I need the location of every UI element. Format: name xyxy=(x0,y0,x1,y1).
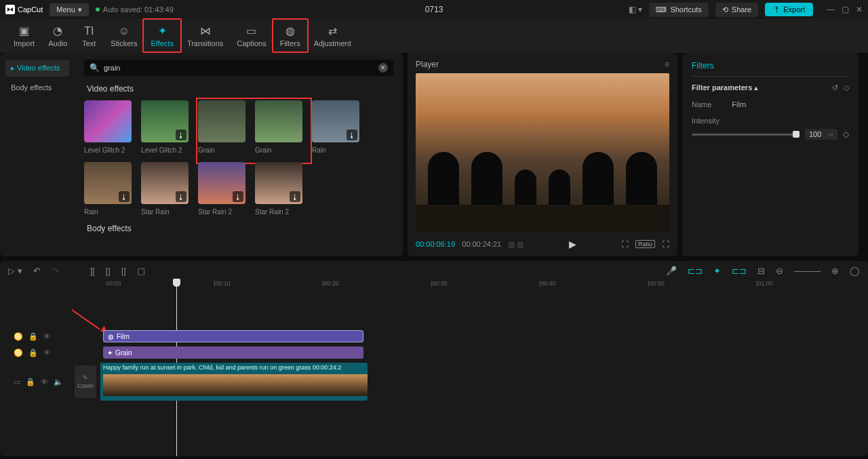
lock2-icon[interactable]: 🔒 xyxy=(28,348,38,357)
main-toolbar: ▣Import◔AudioTIText☺Stickers✦Effects⋈Tra… xyxy=(0,19,868,53)
magnet2-icon[interactable]: ✦ xyxy=(713,266,721,276)
export-button[interactable]: ⭱ Export xyxy=(765,3,813,16)
section-body-effects: Body effects xyxy=(87,224,393,233)
keyframe-icon[interactable]: ◇ xyxy=(843,129,849,139)
close-icon[interactable]: ✕ xyxy=(856,5,863,14)
tab-captions[interactable]: ▭Captions xyxy=(230,19,273,53)
search-input[interactable]: 🔍 ✕ xyxy=(84,60,393,76)
zoom-in-icon[interactable]: ⊕ xyxy=(831,266,839,276)
cover-button[interactable]: ✎Cover xyxy=(75,365,96,398)
ruler-tick: |00:30 xyxy=(431,280,448,287)
download-icon[interactable]: ⭳ xyxy=(176,191,186,202)
trim-left-tool[interactable]: [​| xyxy=(106,266,111,276)
tab-adjustment[interactable]: ⇄Adjustment xyxy=(307,19,358,53)
ruler-tick: |00:10 xyxy=(214,280,231,287)
filter-track: ♋🔒👁 ◍ Film xyxy=(0,329,868,344)
name-label: Name xyxy=(692,100,711,108)
lock2-icon[interactable]: 🔒 xyxy=(28,332,38,341)
effect-thumb-star-rain-2[interactable]: ⭳Star Rain 2 xyxy=(255,162,302,216)
fullscreen-icon[interactable]: ⛶ xyxy=(662,240,669,248)
eye-icon[interactable]: 👁 xyxy=(43,332,51,341)
menu-button[interactable]: Menu▾ xyxy=(50,3,89,16)
tab-stickers[interactable]: ☺Stickers xyxy=(104,19,144,53)
trim-right-tool[interactable]: |​] xyxy=(121,266,126,276)
intensity-slider[interactable] xyxy=(692,134,800,136)
zoom-slider[interactable]: ——— xyxy=(794,266,821,276)
effect-thumb-star-rain-2[interactable]: ⭳Star Rain 2 xyxy=(198,162,245,216)
minimize-icon[interactable]: — xyxy=(827,5,835,14)
link-icon[interactable]: ⊟ xyxy=(757,266,765,276)
ruler-tick: |00:40 xyxy=(539,280,556,287)
ruler-tick: |00:20 xyxy=(322,280,339,287)
tab-effects[interactable]: ✦Effects xyxy=(144,19,180,53)
sidebar-item-body-effects[interactable]: Body effects xyxy=(5,79,69,96)
eye-icon[interactable]: 👁 xyxy=(43,348,51,357)
download-icon[interactable]: ⭳ xyxy=(233,191,243,202)
effect-thumb-star-rain[interactable]: ⭳Star Rain xyxy=(141,162,189,216)
video-preview[interactable] xyxy=(416,73,669,232)
effect-track: ♋🔒👁 ✦ Grain xyxy=(0,345,868,360)
vt-icon[interactable]: ▭ xyxy=(14,378,20,386)
sidebar-item-video-effects[interactable]: ▸ Video effects xyxy=(5,60,69,77)
delete-tool[interactable]: ▢ xyxy=(137,266,145,276)
share-button[interactable]: ⟲ Share xyxy=(715,3,758,17)
name-value: Film xyxy=(732,100,746,108)
zoom-out-icon[interactable]: ⊖ xyxy=(776,266,783,276)
download-icon[interactable]: ⭳ xyxy=(176,129,186,140)
shortcuts-button[interactable]: ⌨ Shortcuts xyxy=(649,3,708,17)
time-ruler[interactable]: 00:00|00:10|00:20|00:30|00:40|00:50|01:0… xyxy=(0,280,868,295)
filters-title: Filters xyxy=(692,61,849,77)
lock-icon[interactable]: 🔒 xyxy=(26,378,35,386)
tab-audio[interactable]: ◔Audio xyxy=(41,19,74,53)
timeline-toolbar: ▷ ▾ ↶ ↷ ]​[ [​| |​] ▢ 🎤 ⊏⊐ ✦ ⊏⊐ ⊟ ⊖ ——— … xyxy=(0,261,868,280)
film-clip[interactable]: ◍ Film xyxy=(103,330,363,342)
ratio-button[interactable]: Ratio xyxy=(635,240,655,248)
clear-search-icon[interactable]: ✕ xyxy=(378,63,388,73)
fit-icon[interactable]: ◯ xyxy=(850,266,860,276)
filters-panel: Filters Filter parameters ▴ ↺◇ NameFilm … xyxy=(682,53,859,256)
maximize-icon[interactable]: ▢ xyxy=(842,5,849,14)
effect-thumb-rain[interactable]: ⭳Rain xyxy=(312,100,359,154)
effect-thumb-rain[interactable]: ⭳Rain xyxy=(84,162,132,216)
lock-icon[interactable]: ♋ xyxy=(14,332,23,341)
select-tool[interactable]: ▷ ▾ xyxy=(8,266,22,276)
undo-icon[interactable]: ↺ xyxy=(832,83,838,92)
filter-parameters-label: Filter parameters ▴ xyxy=(692,83,758,92)
lock-icon[interactable]: ♋ xyxy=(14,348,23,357)
compare-icon[interactable]: ▥ ▥ xyxy=(508,240,524,249)
download-icon[interactable]: ⭳ xyxy=(290,191,300,202)
tab-text[interactable]: TIText xyxy=(74,19,104,53)
mute-icon[interactable]: 🔈 xyxy=(54,378,63,386)
tab-transitions[interactable]: ⋈Transitions xyxy=(180,19,230,53)
diamond-icon[interactable]: ◇ xyxy=(844,83,849,92)
redo-tool[interactable]: ↷ xyxy=(52,266,59,276)
effect-thumb-level-glitch-2[interactable]: Level Glitch 2 xyxy=(84,100,132,154)
section-video-effects: Video effects xyxy=(87,84,393,94)
download-icon[interactable]: ⭳ xyxy=(119,191,130,202)
player-title: Player xyxy=(416,60,439,69)
effect-thumb-level-glitch-2[interactable]: ⭳Level Glitch 2 xyxy=(141,100,189,154)
ruler-tick: |00:50 xyxy=(648,280,665,287)
ruler-tick: |01:00 xyxy=(756,280,773,287)
undo-tool[interactable]: ↶ xyxy=(33,266,41,276)
mic-icon[interactable]: 🎤 xyxy=(666,266,677,276)
magnet3-icon[interactable]: ⊏⊐ xyxy=(732,266,747,276)
download-icon[interactable]: ⭳ xyxy=(347,129,357,140)
timeline[interactable]: 00:00|00:10|00:20|00:30|00:40|00:50|01:0… xyxy=(0,280,868,456)
project-title: 0713 xyxy=(425,5,443,14)
effects-browser: 🔍 ✕ Video effects Level Glitch 2⭳Level G… xyxy=(75,53,403,256)
video-clip[interactable]: Happy family run at sunset in park. Chil… xyxy=(100,363,368,401)
intensity-value[interactable]: 100▵▿ xyxy=(805,129,837,140)
tab-filters[interactable]: ◍Filters xyxy=(273,19,307,53)
search-icon: 🔍 xyxy=(90,63,100,73)
tab-import[interactable]: ▣Import xyxy=(7,19,41,53)
grain-clip[interactable]: ✦ Grain xyxy=(103,346,363,359)
layout-icon[interactable]: ◧ ▾ xyxy=(629,5,642,14)
player-panel: Player ≡ 00:00:06:19 00:00:24:21 ▥ ▥ ▶ ⛶… xyxy=(408,53,677,256)
eye-icon[interactable]: 👁 xyxy=(41,378,48,386)
magnet1-icon[interactable]: ⊏⊐ xyxy=(688,266,703,276)
play-button[interactable]: ▶ xyxy=(569,239,576,250)
scan-icon[interactable]: ⛶ xyxy=(621,240,629,248)
player-menu-icon[interactable]: ≡ xyxy=(665,60,669,69)
split-tool[interactable]: ]​[ xyxy=(90,266,95,276)
